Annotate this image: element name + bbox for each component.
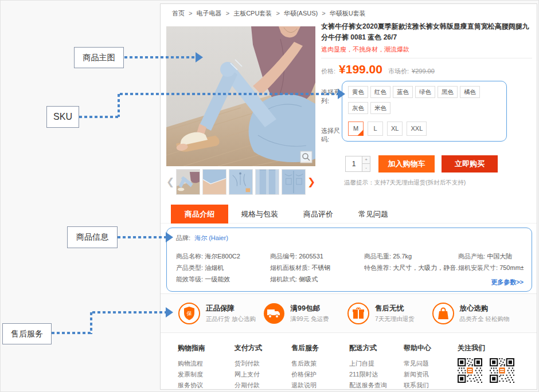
purchase-tip: 温馨提示：支持7天无理由退货(拆封后不支持) bbox=[344, 179, 532, 187]
footer-link[interactable]: 常见问题 bbox=[404, 358, 458, 369]
brand-label: 品牌: bbox=[176, 234, 190, 241]
zoom-magnifier-icon[interactable] bbox=[300, 151, 312, 163]
thumbnail-4[interactable] bbox=[255, 169, 279, 195]
truck-icon bbox=[263, 302, 286, 325]
footer-link[interactable]: 联系我们 bbox=[404, 380, 458, 391]
tab-faq[interactable]: 常见问题 bbox=[346, 205, 401, 224]
footer-link[interactable]: 价格保护 bbox=[291, 369, 349, 380]
breadcrumb-separator: > bbox=[226, 10, 229, 17]
sku-selector: 选择系列: 黄色红色蓝色绿色黑色橘色灰色米色 选择尺码: M L XL XXL bbox=[321, 81, 532, 147]
product-gallery: ❮ bbox=[166, 26, 315, 195]
tab-specs-packaging[interactable]: 规格与包装 bbox=[228, 205, 291, 224]
series-option[interactable]: 黄色 bbox=[348, 86, 368, 98]
arrow-right-icon bbox=[166, 307, 173, 317]
series-option[interactable]: 橘色 bbox=[460, 86, 480, 98]
thumbnail-2[interactable] bbox=[202, 169, 226, 195]
service-subtitle: 正品行货 放心选购 bbox=[206, 315, 256, 323]
series-option[interactable]: 蓝色 bbox=[393, 86, 413, 98]
size-option-xxl[interactable]: XXL bbox=[407, 121, 427, 136]
annotated-product-page: 首页 > 电子电器 > 主板CPU套装 > 华硕(ASUS) > 华硕板U套装 bbox=[0, 0, 539, 392]
service-title: 满99包邮 bbox=[291, 304, 329, 313]
selling-point: 遮肉显瘦，不挑身材，潮流爆款 bbox=[321, 45, 532, 54]
footer-link[interactable]: 分期付款 bbox=[235, 380, 291, 391]
gift-box-icon bbox=[347, 302, 370, 325]
product-attributes: 商品名称: 海尔E800C2产品类型: 油烟机能效等级: 一级能效 商品编号: … bbox=[176, 250, 524, 285]
thumbs-next-icon[interactable]: ❯ bbox=[307, 169, 315, 195]
annotation-sku: SKU bbox=[46, 106, 79, 128]
service-title: 售后无忧 bbox=[375, 304, 415, 313]
breadcrumb-subcategory[interactable]: 主板CPU套装 bbox=[233, 10, 272, 17]
footer-column-title: 配送方式 bbox=[349, 343, 404, 353]
footer-column-title: 支付方式 bbox=[235, 343, 291, 353]
qr-code-wechat bbox=[458, 358, 482, 383]
size-options: M L XL XXL bbox=[348, 119, 427, 144]
breadcrumb-category[interactable]: 电子电器 bbox=[197, 10, 222, 17]
product-main-image[interactable] bbox=[166, 26, 315, 166]
add-to-cart-button[interactable]: 加入购物车 bbox=[378, 155, 435, 173]
series-option[interactable]: 黑色 bbox=[438, 86, 458, 98]
price-label: 价格: bbox=[321, 67, 335, 76]
service-after-sales: 售后无忧 7天无理由退货 bbox=[347, 302, 432, 325]
tab-product-intro[interactable]: 商品介绍 bbox=[171, 205, 228, 224]
series-option[interactable]: 米色 bbox=[370, 102, 390, 114]
arrow-right-icon bbox=[166, 232, 173, 242]
product-page-panel: 首页 > 电子电器 > 主板CPU套装 > 华硕(ASUS) > 华硕板U套装 bbox=[160, 3, 537, 390]
quantity-input[interactable] bbox=[345, 156, 362, 172]
thumbs-prev-icon[interactable]: ❮ bbox=[166, 169, 174, 195]
svg-text:保: 保 bbox=[186, 311, 192, 316]
tab-reviews[interactable]: 商品评价 bbox=[291, 205, 346, 224]
footer-link[interactable]: 售后政策 bbox=[291, 358, 349, 369]
annotation-line bbox=[92, 311, 166, 313]
market-price-label: 市场价: bbox=[388, 67, 409, 76]
qr-code-weibo bbox=[490, 358, 514, 383]
brand-link[interactable]: 海尔 (Haier) bbox=[194, 234, 228, 241]
thumbnail-1[interactable] bbox=[176, 169, 200, 195]
service-subtitle: 7天无理由退货 bbox=[375, 315, 415, 323]
footer-column-title: 售后服务 bbox=[291, 343, 349, 353]
footer-link[interactable]: 货到付款 bbox=[235, 358, 291, 369]
more-params-link[interactable]: 更多参数>> bbox=[491, 278, 524, 287]
series-option[interactable]: 红色 bbox=[370, 86, 390, 98]
annotation-line bbox=[118, 236, 166, 238]
footer-link[interactable]: 网上支付 bbox=[235, 369, 291, 380]
thumbnail-3[interactable] bbox=[229, 169, 253, 195]
buy-now-button[interactable]: 立即购买 bbox=[442, 155, 498, 173]
footer-link[interactable]: 服务协议 bbox=[178, 380, 235, 391]
product-summary: 女裤牛仔裤女2020夏季新款泫雅长裤女韩版显瘦直筒宽松高腰阔腿九分牛仔裤 008… bbox=[321, 21, 532, 187]
footer-link[interactable]: 配送服务查询 bbox=[349, 380, 404, 391]
shield-badge-icon: 保 bbox=[178, 302, 201, 325]
series-option[interactable]: 绿色 bbox=[415, 86, 435, 98]
size-option-l[interactable]: L bbox=[368, 121, 383, 136]
breadcrumb-home[interactable]: 首页 bbox=[172, 10, 185, 17]
price-band: 价格: ¥199.00 市场价: ¥299.00 bbox=[321, 58, 532, 80]
product-title: 女裤牛仔裤女2020夏季新款泫雅长裤女韩版显瘦直筒宽松高腰阔腿九分牛仔裤 008… bbox=[321, 21, 532, 43]
size-option-xl[interactable]: XL bbox=[387, 121, 403, 136]
breadcrumb-separator: > bbox=[276, 10, 279, 17]
quantity-increase-button[interactable]: + bbox=[362, 156, 370, 164]
footer-link[interactable]: 211限时达 bbox=[349, 369, 404, 380]
service-authentic: 保 正品保障 正品行货 放心选购 bbox=[178, 302, 263, 325]
breadcrumb-separator: > bbox=[322, 10, 325, 17]
thumbnail-5[interactable] bbox=[282, 169, 306, 195]
annotation-line bbox=[124, 56, 196, 58]
annotation-line bbox=[118, 94, 120, 117]
annotation-line bbox=[52, 332, 92, 334]
follow-us-title: 关注我们 bbox=[458, 343, 514, 353]
series-options: 黄色红色蓝色绿色黑色橘色灰色米色 bbox=[348, 81, 487, 114]
quantity-decrease-button[interactable]: - bbox=[362, 164, 370, 172]
service-title: 正品保障 bbox=[206, 304, 256, 313]
annotation-line bbox=[120, 93, 338, 95]
footer-column-title: 帮助中心 bbox=[404, 343, 458, 353]
series-option[interactable]: 灰色 bbox=[348, 102, 368, 114]
footer-link[interactable]: 购物流程 bbox=[178, 358, 235, 369]
breadcrumb-separator: > bbox=[189, 10, 192, 17]
footer-link[interactable]: 退款说明 bbox=[291, 380, 349, 391]
service-free-shipping: 满99包邮 满99元 免运费 bbox=[263, 302, 347, 325]
footer-link[interactable]: 发票制度 bbox=[178, 369, 235, 380]
breadcrumb-brand[interactable]: 华硕(ASUS) bbox=[284, 10, 318, 17]
annotation-main-image: 商品主图 bbox=[74, 47, 124, 68]
size-option-m[interactable]: M bbox=[348, 121, 364, 136]
footer-link[interactable]: 上门自提 bbox=[349, 358, 404, 369]
footer-link[interactable]: 新闻资讯 bbox=[404, 369, 458, 380]
shopping-bag-icon bbox=[432, 302, 455, 325]
